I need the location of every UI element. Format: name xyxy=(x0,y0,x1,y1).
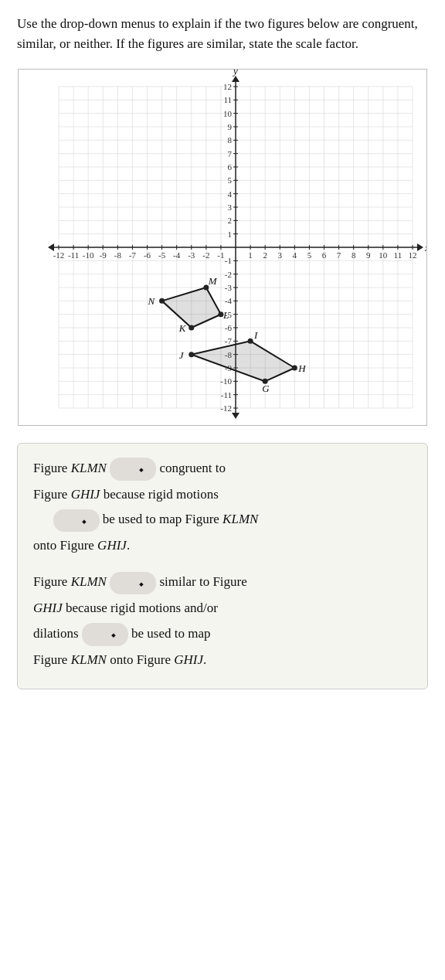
answer-line-8: Figure KLMN onto Figure GHIJ. xyxy=(33,649,412,672)
answer-box: Figure KLMN congruent to Figure GHIJ bec… xyxy=(17,443,428,689)
congruent-to-text: congruent to xyxy=(159,461,225,475)
instructions-text: Use the drop-down menus to explain if th… xyxy=(17,14,428,55)
graph-container xyxy=(18,69,427,426)
answer-line-6: GHIJ because rigid motions and/or xyxy=(33,597,412,620)
dropdown-similar[interactable] xyxy=(110,572,156,595)
onto-figure-ghij-1: onto Figure GHIJ. xyxy=(33,538,130,553)
dilations-text: dilations xyxy=(33,626,79,641)
answer-line-4: onto Figure GHIJ. xyxy=(33,535,412,557)
figure-klmn-onto-ghij: Figure KLMN onto Figure GHIJ. xyxy=(33,652,206,667)
be-used-text-1: be used to map Figure KLMN xyxy=(103,512,259,526)
figure-klmn-label-1: Figure KLMN xyxy=(33,461,107,475)
dropdown-congruent[interactable] xyxy=(110,458,156,481)
figure-ghij-label-1: Figure GHIJ because rigid motions xyxy=(33,487,219,502)
figure-ghij-label-2: GHIJ because rigid motions and/or xyxy=(33,601,218,615)
answer-line-2: Figure GHIJ because rigid motions xyxy=(33,484,412,506)
dropdown-can-be-2[interactable] xyxy=(82,623,128,646)
answer-line-1: Figure KLMN congruent to xyxy=(33,458,412,481)
answer-line-7: dilations be used to map xyxy=(33,623,412,646)
figure-klmn-label-2: Figure KLMN xyxy=(33,574,107,589)
be-used-text-2: be used to map xyxy=(131,626,210,641)
dropdown-can-be-1[interactable] xyxy=(53,509,100,533)
answer-line-5: Figure KLMN similar to Figure xyxy=(33,571,412,594)
answer-line-3: be used to map Figure KLMN xyxy=(33,509,412,532)
similar-to-text: similar to Figure xyxy=(159,574,246,589)
